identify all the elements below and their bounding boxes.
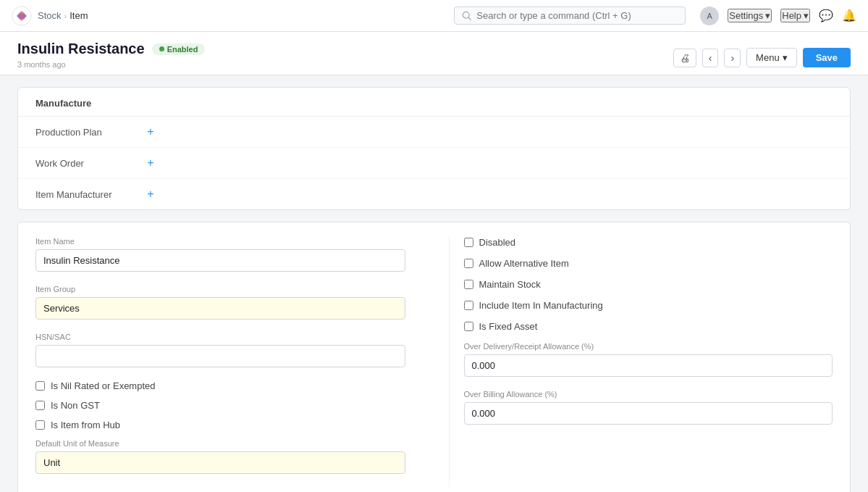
item-from-hub-checkbox[interactable] <box>35 420 45 430</box>
status-badge: Enabled <box>152 43 206 55</box>
notification-icon[interactable]: 🔔 <box>842 9 856 22</box>
work-order-label: Work Order <box>35 158 137 169</box>
next-button[interactable]: › <box>724 49 741 67</box>
settings-chevron-icon: ▾ <box>765 10 770 21</box>
breadcrumb-item[interactable]: Item <box>69 10 88 21</box>
status-dot <box>159 46 164 51</box>
item-group-label: Item Group <box>35 285 405 293</box>
default-uom-label: Default Unit of Measure <box>35 439 405 448</box>
hsn-sac-label: HSN/SAC <box>35 333 405 341</box>
search-bar <box>454 7 686 25</box>
main-content: Manufacture Production Plan + Work Order… <box>0 75 868 492</box>
item-name-input[interactable] <box>35 249 405 272</box>
nil-rated-label[interactable]: Is Nil Rated or Exempted <box>51 380 156 391</box>
item-from-hub-label[interactable]: Is Item from Hub <box>51 420 120 430</box>
fixed-asset-label[interactable]: Is Fixed Asset <box>479 321 538 332</box>
right-column: Disabled Allow Alternative Item Maintain… <box>449 237 833 487</box>
production-plan-row: Production Plan + <box>18 117 850 148</box>
item-manufacturer-label: Item Manufacturer <box>35 189 137 200</box>
print-button[interactable]: 🖨 <box>673 49 696 67</box>
help-button[interactable]: Help ▾ <box>780 9 810 22</box>
disabled-group: Disabled <box>464 237 833 248</box>
breadcrumb-stock[interactable]: Stock <box>38 10 62 21</box>
fixed-asset-group: Is Fixed Asset <box>464 321 833 332</box>
chat-icon[interactable]: 💬 <box>819 9 833 22</box>
breadcrumb-sep1: › <box>64 12 67 20</box>
hsn-sac-group: HSN/SAC <box>35 333 405 367</box>
app-logo <box>12 6 32 26</box>
disabled-checkbox[interactable] <box>464 238 473 247</box>
over-billing-label: Over Billing Allowance (%) <box>464 390 833 399</box>
over-billing-group: Over Billing Allowance (%) <box>464 390 833 425</box>
item-from-hub-group: Is Item from Hub <box>35 420 405 430</box>
status-label: Enabled <box>167 45 198 54</box>
over-billing-input[interactable] <box>464 402 833 425</box>
over-delivery-label: Over Delivery/Receipt Allowance (%) <box>464 342 833 351</box>
timestamp: 3 months ago <box>17 57 205 75</box>
non-gst-label[interactable]: Is Non GST <box>51 400 100 411</box>
non-gst-group: Is Non GST <box>35 400 405 411</box>
allow-alt-group: Allow Alternative Item <box>464 258 833 269</box>
maintain-stock-checkbox[interactable] <box>464 280 473 289</box>
page-title: Insulin Resistance <box>17 41 145 57</box>
menu-button[interactable]: Menu ▾ <box>746 48 797 67</box>
page-actions: 🖨 ‹ › Menu ▾ Save <box>673 48 851 67</box>
default-uom-group: Default Unit of Measure <box>35 439 405 474</box>
settings-button[interactable]: Settings ▾ <box>728 9 772 22</box>
nil-rated-checkbox[interactable] <box>35 381 45 391</box>
form-section: Item Name Item Group HSN/SAC Is Nil Rate… <box>18 222 850 492</box>
work-order-row: Work Order + <box>18 148 850 179</box>
form-card: Item Name Item Group HSN/SAC Is Nil Rate… <box>17 222 851 492</box>
item-manufacturer-row: Item Manufacturer + <box>18 179 850 209</box>
non-gst-checkbox[interactable] <box>35 401 45 410</box>
avatar: A <box>700 7 719 25</box>
manufacture-card: Manufacture Production Plan + Work Order… <box>17 87 851 210</box>
hsn-sac-input[interactable] <box>35 345 405 367</box>
help-chevron-icon: ▾ <box>804 10 809 21</box>
item-name-label: Item Name <box>35 237 405 246</box>
search-input[interactable] <box>476 10 678 21</box>
topbar-right: A Settings ▾ Help ▾ 💬 🔔 <box>700 7 856 25</box>
item-group-input[interactable] <box>35 297 405 320</box>
work-order-add-button[interactable]: + <box>143 155 159 171</box>
default-uom-input[interactable] <box>35 451 405 474</box>
item-manufacturer-add-button[interactable]: + <box>143 186 159 202</box>
menu-chevron-icon: ▾ <box>783 52 788 63</box>
search-icon <box>462 11 472 21</box>
page-header: Insulin Resistance Enabled 3 months ago … <box>0 32 868 75</box>
fixed-asset-checkbox[interactable] <box>464 322 473 331</box>
include-mfg-group: Include Item In Manufacturing <box>464 300 833 311</box>
topbar: Stock › Item A Settings ▾ Help ▾ 💬 🔔 <box>0 0 868 32</box>
include-mfg-checkbox[interactable] <box>464 301 473 310</box>
manufacture-section-title: Manufacture <box>18 88 850 117</box>
production-plan-add-button[interactable]: + <box>143 124 159 140</box>
nil-rated-group: Is Nil Rated or Exempted <box>35 380 405 391</box>
item-name-group: Item Name <box>35 237 405 272</box>
include-mfg-label[interactable]: Include Item In Manufacturing <box>479 300 603 311</box>
over-delivery-input[interactable] <box>464 354 833 377</box>
item-group-group: Item Group <box>35 285 405 320</box>
over-delivery-group: Over Delivery/Receipt Allowance (%) <box>464 342 833 377</box>
maintain-stock-label[interactable]: Maintain Stock <box>479 279 541 290</box>
allow-alt-checkbox[interactable] <box>464 259 473 268</box>
save-button[interactable]: Save <box>803 48 851 67</box>
title-area: Insulin Resistance Enabled 3 months ago <box>17 41 205 75</box>
prev-button[interactable]: ‹ <box>702 49 719 67</box>
maintain-stock-group: Maintain Stock <box>464 279 833 290</box>
left-column: Item Name Item Group HSN/SAC Is Nil Rate… <box>35 237 420 487</box>
breadcrumb: Stock › Item <box>38 10 88 21</box>
disabled-label[interactable]: Disabled <box>479 237 516 248</box>
production-plan-label: Production Plan <box>35 127 137 138</box>
svg-line-2 <box>468 17 471 20</box>
allow-alt-label[interactable]: Allow Alternative Item <box>479 258 569 269</box>
